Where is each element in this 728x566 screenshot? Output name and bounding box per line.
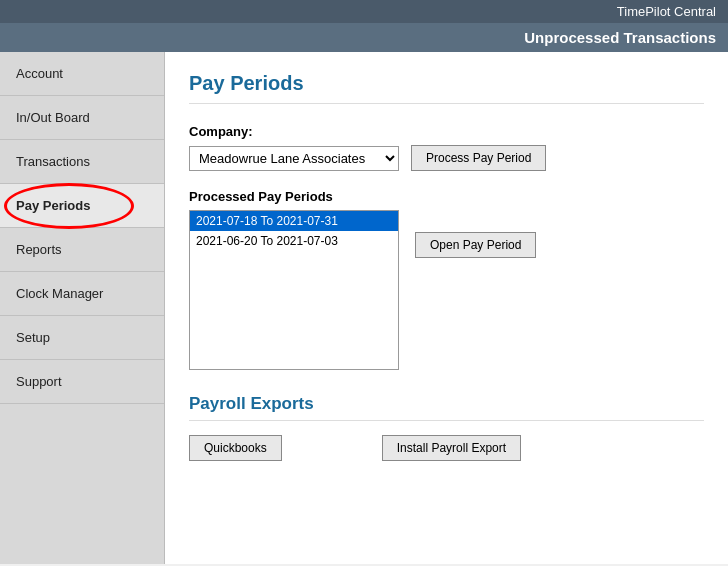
list-item[interactable]: 2021-07-18 To 2021-07-31 <box>190 211 398 231</box>
sidebar-item-account[interactable]: Account <box>0 52 164 96</box>
open-pay-period-button[interactable]: Open Pay Period <box>415 232 536 258</box>
processed-list-container: 2021-07-18 To 2021-07-31 2021-06-20 To 2… <box>189 210 399 370</box>
sidebar-item-account-label: Account <box>16 66 63 81</box>
sidebar-item-pay-periods[interactable]: Pay Periods <box>0 184 164 228</box>
app-name: TimePilot Central <box>617 4 716 19</box>
sidebar-item-transactions-label: Transactions <box>16 154 90 169</box>
list-item[interactable]: 2021-06-20 To 2021-07-03 <box>190 231 398 251</box>
sidebar-item-support-label: Support <box>16 374 62 389</box>
main-content: Pay Periods Company: Meadowrue Lane Asso… <box>165 52 728 564</box>
processed-section: 2021-07-18 To 2021-07-31 2021-06-20 To 2… <box>189 210 704 370</box>
sidebar-item-reports-label: Reports <box>16 242 62 257</box>
payroll-exports-title: Payroll Exports <box>189 394 704 421</box>
sidebar-item-reports[interactable]: Reports <box>0 228 164 272</box>
subtitle-bar: Unprocessed Transactions <box>0 23 728 52</box>
sidebar-item-inout-board[interactable]: In/Out Board <box>0 96 164 140</box>
app-name-bar: TimePilot Central <box>0 0 728 23</box>
process-pay-period-button[interactable]: Process Pay Period <box>411 145 546 171</box>
company-row: Meadowrue Lane Associates Process Pay Pe… <box>189 145 704 171</box>
sidebar-item-support[interactable]: Support <box>0 360 164 404</box>
sidebar-item-setup-label: Setup <box>16 330 50 345</box>
sidebar: Account In/Out Board Transactions Pay Pe… <box>0 52 165 564</box>
company-label: Company: <box>189 124 704 139</box>
open-btn-container: Open Pay Period <box>415 210 536 258</box>
quickbooks-button[interactable]: Quickbooks <box>189 435 282 461</box>
sidebar-item-inout-label: In/Out Board <box>16 110 90 125</box>
payroll-buttons: Quickbooks Install Payroll Export <box>189 435 704 461</box>
page-title: Pay Periods <box>189 72 704 104</box>
sidebar-item-pay-periods-label: Pay Periods <box>16 198 90 213</box>
processed-label: Processed Pay Periods <box>189 189 704 204</box>
sidebar-item-setup[interactable]: Setup <box>0 316 164 360</box>
sidebar-item-clock-manager-label: Clock Manager <box>16 286 103 301</box>
processed-pay-periods-list[interactable]: 2021-07-18 To 2021-07-31 2021-06-20 To 2… <box>189 210 399 370</box>
sidebar-item-transactions[interactable]: Transactions <box>0 140 164 184</box>
company-select[interactable]: Meadowrue Lane Associates <box>189 146 399 171</box>
sidebar-item-clock-manager[interactable]: Clock Manager <box>0 272 164 316</box>
install-payroll-export-button[interactable]: Install Payroll Export <box>382 435 521 461</box>
subtitle: Unprocessed Transactions <box>524 29 716 46</box>
